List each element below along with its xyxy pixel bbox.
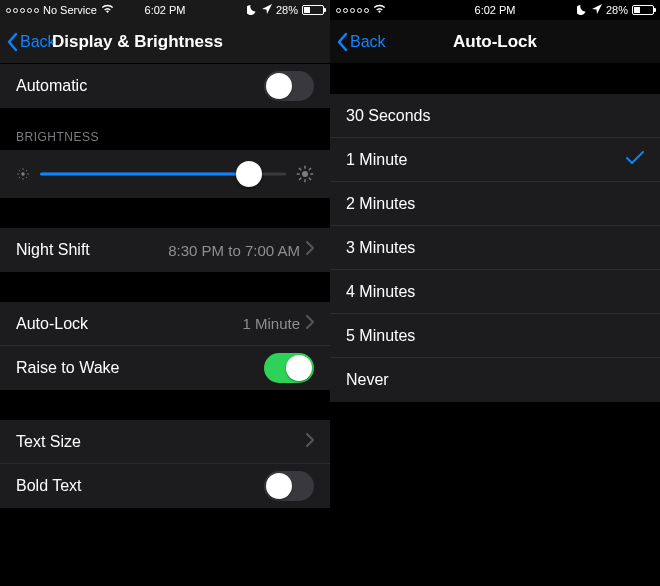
svg-line-15	[309, 178, 311, 180]
checkmark-icon	[626, 151, 644, 169]
option-row[interactable]: 3 Minutes	[330, 226, 660, 270]
status-time: 6:02 PM	[0, 4, 330, 16]
option-row[interactable]: 1 Minute	[330, 138, 660, 182]
nav-title: Display & Brightness	[52, 32, 223, 52]
toggle-bold-text[interactable]	[264, 471, 314, 501]
spacer	[330, 64, 660, 94]
nav-back-label: Back	[20, 33, 56, 51]
svg-point-9	[302, 171, 308, 177]
option-label: 4 Minutes	[346, 283, 644, 301]
row-brightness-slider[interactable]	[0, 150, 330, 198]
row-label: Auto-Lock	[16, 315, 242, 333]
svg-line-8	[26, 170, 27, 171]
chevron-right-icon	[306, 241, 314, 259]
nav-back-label: Back	[350, 33, 386, 51]
option-row[interactable]: 5 Minutes	[330, 314, 660, 358]
group-appearance: Automatic	[0, 64, 330, 108]
nav-bar: Back Auto-Lock	[330, 20, 660, 64]
option-row[interactable]: 4 Minutes	[330, 270, 660, 314]
option-row[interactable]: Never	[330, 358, 660, 402]
nav-bar: Back Display & Brightness	[0, 20, 330, 64]
spacer	[0, 390, 330, 420]
row-text-size[interactable]: Text Size	[0, 420, 330, 464]
svg-point-0	[21, 172, 25, 176]
row-automatic[interactable]: Automatic	[0, 64, 330, 108]
group-header-brightness: BRIGHTNESS	[0, 108, 330, 150]
row-value: 8:30 PM to 7:00 AM	[168, 242, 300, 259]
sun-large-icon	[296, 165, 314, 183]
row-label: Night Shift	[16, 241, 168, 259]
brightness-thumb[interactable]	[236, 161, 262, 187]
row-auto-lock[interactable]: Auto-Lock 1 Minute	[0, 302, 330, 346]
nav-back-button[interactable]: Back	[0, 32, 56, 52]
chevron-left-icon	[6, 32, 18, 52]
status-bar: 6:02 PM 28%	[330, 0, 660, 20]
option-row[interactable]: 30 Seconds	[330, 94, 660, 138]
brightness-slider[interactable]	[40, 160, 286, 188]
svg-line-17	[309, 168, 311, 170]
row-value: 1 Minute	[242, 315, 300, 332]
spacer	[0, 198, 330, 228]
group-lock: Auto-Lock 1 Minute Raise to Wake	[0, 302, 330, 390]
brightness-fill	[40, 173, 249, 176]
row-raise-to-wake[interactable]: Raise to Wake	[0, 346, 330, 390]
row-night-shift[interactable]: Night Shift 8:30 PM to 7:00 AM	[0, 228, 330, 272]
option-label: Never	[346, 371, 644, 389]
chevron-right-icon	[306, 433, 314, 451]
row-bold-text[interactable]: Bold Text	[0, 464, 330, 508]
nav-back-button[interactable]: Back	[330, 32, 386, 52]
spacer	[0, 272, 330, 302]
option-label: 1 Minute	[346, 151, 626, 169]
option-label: 5 Minutes	[346, 327, 644, 345]
svg-line-16	[299, 178, 301, 180]
row-label: Text Size	[16, 433, 306, 451]
row-label: Bold Text	[16, 477, 264, 495]
option-row[interactable]: 2 Minutes	[330, 182, 660, 226]
group-night-shift: Night Shift 8:30 PM to 7:00 AM	[0, 228, 330, 272]
toggle-automatic[interactable]	[264, 71, 314, 101]
screen-display-brightness: No Service 6:02 PM 28% Back Display & Br…	[0, 0, 330, 586]
svg-line-14	[299, 168, 301, 170]
group-text: Text Size Bold Text	[0, 420, 330, 508]
svg-line-7	[19, 177, 20, 178]
chevron-right-icon	[306, 315, 314, 333]
option-label: 3 Minutes	[346, 239, 644, 257]
status-time: 6:02 PM	[330, 4, 660, 16]
toggle-raise-to-wake[interactable]	[264, 353, 314, 383]
battery-icon	[302, 5, 324, 15]
status-bar: No Service 6:02 PM 28%	[0, 0, 330, 20]
option-label: 30 Seconds	[346, 107, 644, 125]
option-label: 2 Minutes	[346, 195, 644, 213]
chevron-left-icon	[336, 32, 348, 52]
screen-auto-lock: 6:02 PM 28% Back Auto-Lock 30 Seconds1 M…	[330, 0, 660, 586]
svg-line-5	[19, 170, 20, 171]
svg-line-6	[26, 177, 27, 178]
battery-icon	[632, 5, 654, 15]
group-auto-lock-options: 30 Seconds1 Minute2 Minutes3 Minutes4 Mi…	[330, 94, 660, 402]
row-label: Raise to Wake	[16, 359, 264, 377]
row-label: Automatic	[16, 77, 264, 95]
sun-small-icon	[16, 167, 30, 181]
